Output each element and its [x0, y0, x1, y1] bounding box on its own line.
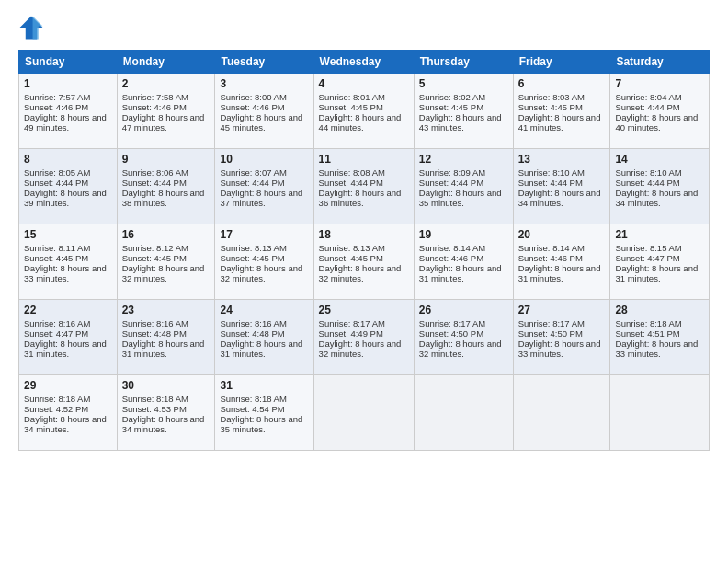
sunrise-time: Sunrise: 8:11 AM	[24, 243, 90, 253]
daylight-hours: Daylight: 8 hours and 32 minutes.	[419, 339, 502, 359]
calendar-cell: 17 Sunrise: 8:13 AM Sunset: 4:45 PM Dayl…	[215, 224, 313, 300]
sunrise-time: Sunrise: 8:06 AM	[122, 167, 188, 178]
calendar-cell: 22 Sunrise: 8:16 AM Sunset: 4:47 PM Dayl…	[19, 300, 118, 375]
daylight-hours: Daylight: 8 hours and 36 minutes.	[319, 188, 402, 208]
sunrise-time: Sunrise: 8:13 AM	[220, 243, 286, 253]
daylight-hours: Daylight: 8 hours and 32 minutes.	[319, 339, 402, 359]
daylight-hours: Daylight: 8 hours and 31 minutes.	[518, 263, 601, 283]
sunset-time: Sunset: 4:53 PM	[122, 404, 187, 414]
sunrise-time: Sunrise: 8:05 AM	[24, 167, 90, 178]
daylight-hours: Daylight: 8 hours and 33 minutes.	[615, 339, 698, 359]
day-number: 4	[319, 77, 409, 90]
page: SundayMondayTuesdayWednesdayThursdayFrid…	[0, 0, 728, 563]
sunrise-time: Sunrise: 8:16 AM	[220, 318, 286, 328]
day-number: 18	[319, 228, 409, 241]
day-number: 15	[24, 228, 112, 241]
day-number: 8	[24, 153, 112, 166]
day-number: 26	[419, 304, 508, 316]
daylight-hours: Daylight: 8 hours and 47 minutes.	[122, 112, 205, 132]
day-number: 20	[518, 228, 606, 241]
calendar-week-2: 8 Sunrise: 8:05 AM Sunset: 4:44 PM Dayli…	[19, 149, 710, 224]
sunset-time: Sunset: 4:44 PM	[24, 178, 88, 188]
calendar-cell: 21 Sunrise: 8:15 AM Sunset: 4:47 PM Dayl…	[610, 224, 710, 300]
column-header-thursday: Thursday	[414, 51, 513, 74]
sunrise-time: Sunrise: 8:07 AM	[220, 167, 286, 178]
sunrise-time: Sunrise: 8:18 AM	[122, 394, 188, 404]
sunrise-time: Sunrise: 8:14 AM	[518, 243, 585, 253]
calendar-cell: 20 Sunrise: 8:14 AM Sunset: 4:46 PM Dayl…	[513, 224, 610, 300]
calendar-week-4: 22 Sunrise: 8:16 AM Sunset: 4:47 PM Dayl…	[19, 300, 710, 375]
daylight-hours: Daylight: 8 hours and 35 minutes.	[220, 414, 302, 434]
calendar-header-row: SundayMondayTuesdayWednesdayThursdayFrid…	[19, 51, 710, 74]
sunset-time: Sunset: 4:46 PM	[24, 102, 88, 112]
calendar-cell: 23 Sunrise: 8:16 AM Sunset: 4:48 PM Dayl…	[117, 300, 215, 375]
sunrise-time: Sunrise: 8:18 AM	[24, 394, 90, 404]
sunrise-time: Sunrise: 8:04 AM	[615, 92, 681, 102]
day-number: 11	[319, 153, 409, 166]
day-number: 19	[419, 228, 508, 241]
day-number: 28	[615, 304, 704, 316]
calendar-cell: 24 Sunrise: 8:16 AM Sunset: 4:48 PM Dayl…	[215, 300, 313, 375]
calendar-cell: 9 Sunrise: 8:06 AM Sunset: 4:44 PM Dayli…	[117, 149, 215, 224]
day-number: 10	[220, 153, 308, 166]
sunrise-time: Sunrise: 8:01 AM	[319, 92, 385, 102]
day-number: 17	[220, 228, 308, 241]
sunrise-time: Sunrise: 8:13 AM	[319, 243, 385, 253]
sunrise-time: Sunrise: 8:10 AM	[615, 167, 681, 178]
sunset-time: Sunset: 4:47 PM	[24, 328, 88, 339]
calendar-cell: 12 Sunrise: 8:09 AM Sunset: 4:44 PM Dayl…	[414, 149, 513, 224]
daylight-hours: Daylight: 8 hours and 41 minutes.	[518, 112, 601, 132]
daylight-hours: Daylight: 8 hours and 34 minutes.	[518, 188, 601, 208]
calendar-cell: 7 Sunrise: 8:04 AM Sunset: 4:44 PM Dayli…	[610, 74, 710, 149]
sunrise-time: Sunrise: 8:17 AM	[518, 318, 585, 328]
daylight-hours: Daylight: 8 hours and 34 minutes.	[24, 414, 107, 434]
calendar-cell: 18 Sunrise: 8:13 AM Sunset: 4:45 PM Dayl…	[313, 224, 414, 300]
calendar-cell: 25 Sunrise: 8:17 AM Sunset: 4:49 PM Dayl…	[313, 300, 414, 375]
daylight-hours: Daylight: 8 hours and 44 minutes.	[319, 112, 402, 132]
calendar-cell: 27 Sunrise: 8:17 AM Sunset: 4:50 PM Dayl…	[513, 300, 610, 375]
sunrise-time: Sunrise: 8:17 AM	[419, 318, 485, 328]
sunset-time: Sunset: 4:45 PM	[518, 102, 583, 112]
day-number: 25	[319, 304, 409, 316]
day-number: 5	[419, 77, 508, 90]
column-header-saturday: Saturday	[610, 51, 710, 74]
sunrise-time: Sunrise: 8:00 AM	[220, 92, 286, 102]
daylight-hours: Daylight: 8 hours and 49 minutes.	[24, 112, 107, 132]
daylight-hours: Daylight: 8 hours and 39 minutes.	[24, 188, 107, 208]
sunset-time: Sunset: 4:50 PM	[518, 328, 583, 339]
sunset-time: Sunset: 4:51 PM	[615, 328, 679, 339]
calendar-cell: 2 Sunrise: 7:58 AM Sunset: 4:46 PM Dayli…	[117, 74, 215, 149]
daylight-hours: Daylight: 8 hours and 32 minutes.	[220, 263, 302, 283]
daylight-hours: Daylight: 8 hours and 31 minutes.	[122, 339, 205, 359]
svg-marker-0	[20, 17, 43, 40]
daylight-hours: Daylight: 8 hours and 34 minutes.	[615, 188, 698, 208]
calendar-cell: 28 Sunrise: 8:18 AM Sunset: 4:51 PM Dayl…	[610, 300, 710, 375]
column-header-tuesday: Tuesday	[215, 51, 313, 74]
daylight-hours: Daylight: 8 hours and 32 minutes.	[122, 263, 205, 283]
sunset-time: Sunset: 4:45 PM	[24, 253, 88, 263]
calendar-week-3: 15 Sunrise: 8:11 AM Sunset: 4:45 PM Dayl…	[19, 224, 710, 300]
sunset-time: Sunset: 4:48 PM	[220, 328, 284, 339]
daylight-hours: Daylight: 8 hours and 32 minutes.	[319, 263, 402, 283]
sunrise-time: Sunrise: 8:02 AM	[419, 92, 485, 102]
column-header-monday: Monday	[117, 51, 215, 74]
daylight-hours: Daylight: 8 hours and 31 minutes.	[220, 339, 302, 359]
sunset-time: Sunset: 4:49 PM	[319, 328, 383, 339]
sunrise-time: Sunrise: 8:03 AM	[518, 92, 585, 102]
daylight-hours: Daylight: 8 hours and 33 minutes.	[24, 263, 107, 283]
calendar-cell: 8 Sunrise: 8:05 AM Sunset: 4:44 PM Dayli…	[19, 149, 118, 224]
calendar-cell: 26 Sunrise: 8:17 AM Sunset: 4:50 PM Dayl…	[414, 300, 513, 375]
day-number: 27	[518, 304, 606, 316]
daylight-hours: Daylight: 8 hours and 45 minutes.	[220, 112, 302, 132]
sunset-time: Sunset: 4:48 PM	[122, 328, 187, 339]
day-number: 6	[518, 77, 606, 90]
daylight-hours: Daylight: 8 hours and 31 minutes.	[24, 339, 107, 359]
daylight-hours: Daylight: 8 hours and 34 minutes.	[122, 414, 205, 434]
calendar-cell: 29 Sunrise: 8:18 AM Sunset: 4:52 PM Dayl…	[19, 375, 118, 451]
day-number: 9	[122, 153, 210, 166]
sunrise-time: Sunrise: 7:58 AM	[122, 92, 188, 102]
sunset-time: Sunset: 4:45 PM	[220, 253, 284, 263]
calendar-cell: 10 Sunrise: 8:07 AM Sunset: 4:44 PM Dayl…	[215, 149, 313, 224]
sunset-time: Sunset: 4:45 PM	[419, 102, 483, 112]
calendar-cell: 30 Sunrise: 8:18 AM Sunset: 4:53 PM Dayl…	[117, 375, 215, 451]
